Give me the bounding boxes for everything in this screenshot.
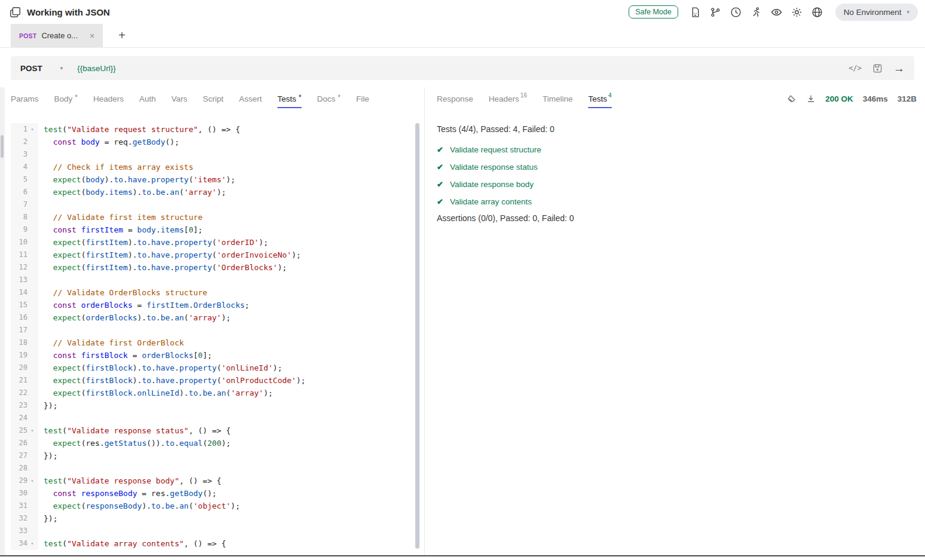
code-line[interactable]: 13	[11, 274, 412, 286]
code-text[interactable]: // Validate first OrderBlock	[38, 336, 184, 349]
generate-code-icon[interactable]: </>	[849, 64, 862, 72]
tab-params[interactable]: Params	[11, 87, 39, 110]
code-line[interactable]: 18 // Validate first OrderBlock	[11, 336, 412, 349]
runner-icon[interactable]	[751, 7, 762, 18]
code-line[interactable]: 5 expect(body).to.have.property('items')…	[11, 173, 412, 186]
code-line[interactable]: 23});	[11, 399, 412, 412]
code-text[interactable]: expect(firstItem).to.have.property('orde…	[38, 249, 301, 261]
code-text[interactable]: expect(firstBlock).to.have.property('onl…	[38, 362, 282, 374]
code-text[interactable]: expect(orderBlocks).to.be.an('array');	[38, 311, 231, 324]
code-text[interactable]: test("Validate request structure", () =>…	[38, 123, 240, 136]
code-line[interactable]: 8 // Validate first item structure	[11, 211, 412, 224]
code-text[interactable]: const orderBlocks = firstItem.OrderBlock…	[38, 299, 249, 311]
code-text[interactable]	[38, 412, 44, 424]
console-file-icon[interactable]	[690, 7, 701, 18]
code-lines[interactable]: 1▾test("Validate request structure", () …	[11, 123, 412, 550]
code-line[interactable]: 22 expect(firstBlock.onlLineId).to.be.an…	[11, 387, 412, 399]
code-text[interactable]	[38, 274, 44, 286]
tab-auth[interactable]: Auth	[139, 87, 156, 110]
download-response-icon[interactable]	[806, 94, 816, 103]
tab-timeline[interactable]: Timeline	[543, 87, 573, 110]
save-icon[interactable]	[872, 63, 883, 74]
tab-tests[interactable]: Tests*	[277, 87, 301, 110]
tests-code-editor[interactable]: 1▾test("Validate request structure", () …	[11, 123, 412, 550]
code-line[interactable]: 29▾test("Validate response body", () => …	[11, 475, 412, 487]
code-text[interactable]	[38, 525, 44, 537]
code-line[interactable]: 12 expect(firstItem).to.have.property('O…	[11, 261, 412, 274]
code-line[interactable]: 14 // Validate OrderBlocks structure	[11, 286, 412, 299]
code-text[interactable]: test("Validate array contents", () => {	[38, 537, 226, 550]
tab-headers[interactable]: Headers16	[489, 87, 527, 110]
code-text[interactable]	[38, 198, 44, 211]
fold-arrow-icon[interactable]: ▾	[27, 475, 37, 487]
tab-tests[interactable]: Tests4	[588, 87, 611, 110]
code-line[interactable]: 19 const firstBlock = orderBlocks[0];	[11, 349, 412, 362]
code-line[interactable]: 1▾test("Validate request structure", () …	[11, 123, 412, 136]
clear-response-icon[interactable]	[787, 94, 797, 103]
code-line[interactable]: 7	[11, 198, 412, 211]
code-text[interactable]: expect(responseBody).to.be.an('object');	[38, 500, 240, 512]
code-text[interactable]: const firstBlock = orderBlocks[0];	[38, 349, 212, 362]
code-line[interactable]: 24	[11, 412, 412, 424]
history-clock-icon[interactable]	[730, 7, 742, 18]
safe-mode-badge[interactable]: Safe Mode	[629, 5, 678, 19]
method-caret-icon[interactable]: ▾	[60, 65, 63, 71]
code-line[interactable]: 30 const responseBody = res.getBody();	[11, 487, 412, 500]
environment-selector[interactable]: No Environment ▾	[835, 4, 918, 21]
tab-file[interactable]: File	[356, 87, 369, 110]
add-tab-button[interactable]: +	[118, 24, 125, 47]
code-line[interactable]: 21 expect(firstBlock).to.have.property('…	[11, 374, 412, 387]
code-text[interactable]: expect(body.items).to.be.an('array');	[38, 186, 226, 198]
tab-assert[interactable]: Assert	[239, 87, 262, 110]
fold-arrow-icon[interactable]: ▾	[27, 123, 37, 136]
code-text[interactable]: // Validate first item structure	[38, 211, 203, 224]
fold-arrow-icon[interactable]: ▾	[27, 537, 37, 550]
code-text[interactable]: const firstItem = body.items[0];	[38, 224, 203, 236]
code-line[interactable]: 17	[11, 324, 412, 336]
code-line[interactable]: 32});	[11, 512, 412, 525]
left-scrollbar-rail[interactable]	[0, 87, 5, 555]
code-line[interactable]: 27});	[11, 449, 412, 462]
code-line[interactable]: 4 // Check if items array exists	[11, 161, 412, 173]
code-text[interactable]: });	[38, 399, 57, 412]
code-line[interactable]: 28	[11, 462, 412, 475]
tab-script[interactable]: Script	[203, 87, 224, 110]
method-selector[interactable]: POST	[20, 64, 42, 73]
eye-icon[interactable]	[771, 7, 782, 18]
code-text[interactable]: });	[38, 512, 57, 525]
editor-scrollbar[interactable]	[415, 123, 419, 549]
code-text[interactable]: // Check if items array exists	[38, 161, 193, 173]
tab-docs[interactable]: Docs*	[317, 87, 341, 110]
code-text[interactable]: expect(firstBlock).to.have.property('onl…	[38, 374, 305, 387]
code-line[interactable]: 10 expect(firstItem).to.have.property('o…	[11, 236, 412, 249]
close-tab-icon[interactable]: ×	[90, 31, 94, 41]
tab-body[interactable]: Body*	[54, 87, 78, 110]
code-text[interactable]: // Validate OrderBlocks structure	[38, 286, 207, 299]
code-line[interactable]: 20 expect(firstBlock).to.have.property('…	[11, 362, 412, 374]
code-text[interactable]: const responseBody = res.getBody();	[38, 487, 217, 500]
code-line[interactable]: 15 const orderBlocks = firstItem.OrderBl…	[11, 299, 412, 311]
code-line[interactable]: 9 const firstItem = body.items[0];	[11, 224, 412, 236]
code-text[interactable]: expect(firstBlock.onlLineId).to.be.an('a…	[38, 387, 273, 399]
globe-icon[interactable]	[811, 7, 823, 18]
left-scrollbar-thumb[interactable]	[1, 135, 4, 158]
code-line[interactable]: 33	[11, 525, 412, 537]
code-line[interactable]: 31 expect(responseBody).to.be.an('object…	[11, 500, 412, 512]
send-request-button[interactable]: →	[893, 63, 905, 74]
tab-headers[interactable]: Headers	[93, 87, 124, 110]
code-line[interactable]: 3	[11, 148, 412, 161]
code-text[interactable]: const body = req.getBody();	[38, 136, 179, 148]
code-text[interactable]	[38, 324, 44, 336]
code-text[interactable]	[38, 148, 44, 161]
code-line[interactable]: 25▾test("Validate response status", () =…	[11, 424, 412, 437]
code-line[interactable]: 16 expect(orderBlocks).to.be.an('array')…	[11, 311, 412, 324]
code-text[interactable]: });	[38, 449, 57, 462]
code-line[interactable]: 2 const body = req.getBody();	[11, 136, 412, 148]
tab-response[interactable]: Response	[437, 87, 473, 110]
url-input[interactable]: {{baseUrl}}	[77, 64, 849, 73]
code-text[interactable]: test("Validate response status", () => {	[38, 424, 231, 437]
tab-vars[interactable]: Vars	[171, 87, 188, 110]
code-text[interactable]: expect(res.getStatus()).to.equal(200);	[38, 437, 231, 449]
code-text[interactable]: test("Validate response body", () => {	[38, 475, 221, 487]
git-branch-icon[interactable]	[710, 7, 721, 18]
